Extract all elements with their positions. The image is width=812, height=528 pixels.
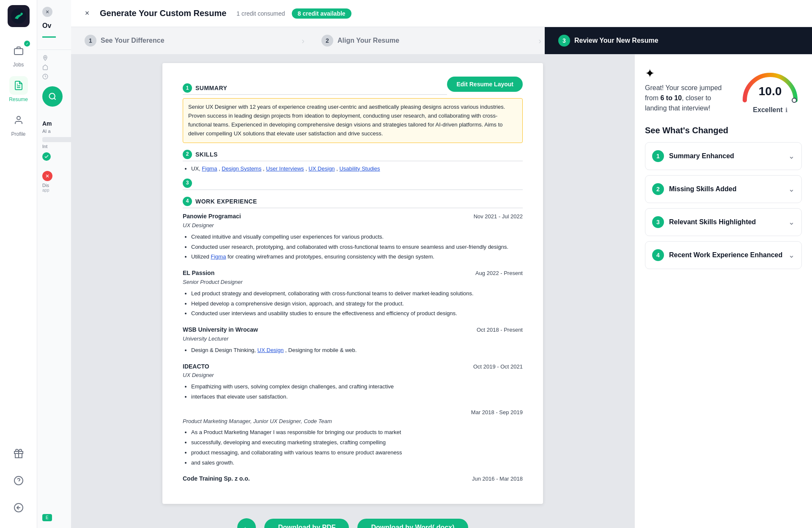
elpassion-company: EL Passion	[183, 268, 214, 278]
sidebar-item-jobs[interactable]: ✓ Jobs	[0, 37, 37, 72]
svg-point-5	[17, 116, 20, 120]
summary-section-title: Summary	[195, 83, 227, 93]
step-2[interactable]: 2 Align Your Resume	[308, 27, 535, 54]
wsb-dates: Oct 2018 - Present	[477, 326, 523, 335]
bullet-item: product messaging, and collaborating wit…	[191, 448, 523, 457]
resume-document: Edit Resume Layout 1 Summary Senior UX D…	[162, 63, 543, 504]
steps-bar: 1 See Your Difference › 2 Align Your Res…	[71, 27, 812, 55]
summary-section-num: 1	[183, 83, 192, 93]
sidebar-item-gift[interactable]	[0, 440, 37, 467]
ux-design-link[interactable]: UX Design	[258, 347, 284, 353]
gauge-label-row: Excellent ℹ	[738, 106, 802, 114]
svg-point-14	[49, 94, 55, 99]
change-item-missing-skills[interactable]: 2 Missing Skills Added ⌄	[645, 175, 802, 203]
pmm-title: Product Marketing Manager, Junior UX Des…	[183, 417, 523, 426]
change-item-summary[interactable]: 1 Summary Enhanced ⌄	[645, 142, 802, 170]
work-entry-panowie: Panowie Programaci Nov 2021 - Jul 2022 U…	[183, 212, 523, 261]
modal-close-button[interactable]: ×	[81, 8, 93, 19]
step-3-label: Review Your New Resume	[574, 37, 658, 44]
bullet-item: Conducted user research, prototyping, an…	[191, 243, 523, 252]
svg-rect-2	[14, 49, 23, 55]
ux-design-skill[interactable]: UX Design	[308, 165, 335, 172]
step-separator-2: ›	[535, 36, 545, 46]
step-1[interactable]: 1 See Your Difference	[71, 27, 298, 54]
elpassion-dates: Aug 2022 - Present	[475, 269, 523, 278]
star-icon: ✦	[645, 66, 730, 80]
score-message: Great! Your score jumped from 6 to 10, c…	[645, 83, 730, 113]
elpassion-header: EL Passion Aug 2022 - Present	[183, 268, 523, 278]
bullet-item: Helped develop a comprehensive design vi…	[191, 300, 523, 308]
sidebar-item-profile[interactable]: Profile	[0, 107, 37, 141]
left-panel-close[interactable]: ×	[42, 7, 52, 17]
svg-line-15	[54, 98, 56, 100]
e-badge: E	[42, 514, 52, 521]
change-4-label: Recent Work Experience Enhanced	[669, 251, 783, 259]
app-logo[interactable]	[8, 5, 30, 27]
gift-icon	[9, 444, 28, 463]
wsb-header: WSB University in Wrocaw Oct 2018 - Pres…	[183, 325, 523, 335]
bullet-item: Design & Design Thinking, UX Design , De…	[191, 346, 523, 355]
sidebar-item-help[interactable]	[0, 467, 37, 494]
back-button[interactable]: ←	[237, 518, 256, 528]
step-separator-1: ›	[298, 36, 308, 46]
score-from: 6 to 10	[660, 94, 682, 102]
chevron-down-icon-1: ⌄	[788, 151, 795, 161]
chevron-down-icon-4: ⌄	[788, 250, 795, 260]
design-systems-skill[interactable]: Design Systems	[222, 165, 261, 172]
change-3-label: Relevant Skills Highlighted	[669, 218, 783, 226]
help-icon	[9, 471, 28, 490]
work-section-header: 4Work Experience	[183, 197, 523, 208]
sidebar-item-resume[interactable]: Resume	[0, 72, 37, 107]
panowie-title: UX Designer	[183, 221, 523, 230]
ideacto-company: IDEACTO	[183, 362, 209, 371]
elpassion-title: Senior Product Designer	[183, 278, 523, 287]
change-4-num: 4	[652, 249, 664, 261]
gauge-score: 10.0	[759, 85, 782, 98]
figma-link[interactable]: Figma	[211, 253, 226, 260]
action-btn[interactable]	[42, 86, 63, 107]
bullet-item: Utilized Figma for creating wireframes a…	[191, 253, 523, 261]
step-3[interactable]: 3 Review Your New Resume	[545, 27, 812, 54]
download-pdf-button[interactable]: Download by PDF	[264, 519, 349, 528]
sidebar-item-back[interactable]	[0, 494, 37, 521]
wsb-title: University Lecturer	[183, 335, 523, 344]
sidebar-resume-label: Resume	[9, 96, 28, 102]
bullet-item: successfully, developing and executing m…	[191, 438, 523, 447]
dis-icon	[42, 171, 52, 181]
skills-section-header: 2 Skills	[183, 150, 523, 161]
ideacto-header: IDEACTO Oct 2019 - Oct 2021	[183, 362, 523, 371]
section-3-row: 3	[183, 179, 523, 190]
summary-text: Senior UX Designer with 12 years of expe…	[183, 98, 523, 143]
change-1-num: 1	[652, 150, 664, 162]
change-item-relevant-skills[interactable]: 3 Relevant Skills Highlighted ⌄	[645, 208, 802, 236]
figma-skill[interactable]: Figma	[202, 165, 217, 172]
right-panel: ✦ Great! Your score jumped from 6 to 10,…	[634, 55, 812, 528]
panowie-bullets: Created intuitive and visually compellin…	[191, 233, 523, 261]
score-section: ✦ Great! Your score jumped from 6 to 10,…	[645, 66, 802, 114]
change-1-label: Summary Enhanced	[669, 152, 783, 160]
elpassion-bullets: Led product strategy and development, co…	[191, 289, 523, 318]
user-interviews-skill[interactable]: User Interviews	[266, 165, 304, 172]
change-item-work-experience[interactable]: 4 Recent Work Experience Enhanced ⌄	[645, 241, 802, 269]
gauge-info-icon[interactable]: ℹ	[785, 107, 787, 113]
jobs-badge: ✓	[24, 41, 30, 47]
generate-resume-modal: × Generate Your Custom Resume 1 credit c…	[71, 0, 812, 528]
skills-list: UX, Figma , Design Systems , User Interv…	[191, 165, 523, 173]
back-arrow-icon	[9, 498, 28, 517]
step-2-num: 2	[321, 35, 333, 47]
bullet-item: Led product strategy and development, co…	[191, 289, 523, 298]
panowie-dates: Nov 2021 - Jul 2022	[474, 212, 523, 221]
modal-body: Edit Resume Layout 1 Summary Senior UX D…	[71, 55, 812, 528]
bullet-item: interfaces that elevate user satisfactio…	[191, 393, 523, 402]
usability-studies-skill[interactable]: Usability Studies	[339, 165, 380, 172]
edit-resume-layout-button[interactable]: Edit Resume Layout	[447, 77, 523, 92]
bullet-item: As a Product Marketing Manager I was res…	[191, 428, 523, 437]
gauge-indicator	[792, 98, 796, 102]
chevron-down-icon-3: ⌄	[788, 217, 795, 227]
work-entry-codetraining: Code Training Sp. z o.o. Jun 2016 - Mar …	[183, 474, 523, 484]
ideacto-dates: Oct 2019 - Oct 2021	[473, 363, 523, 371]
sidebar-profile-label: Profile	[11, 131, 25, 137]
step-2-label: Align Your Resume	[337, 37, 399, 44]
svg-point-1	[20, 13, 22, 15]
download-word-button[interactable]: Download by Word(.docx)	[357, 519, 468, 528]
